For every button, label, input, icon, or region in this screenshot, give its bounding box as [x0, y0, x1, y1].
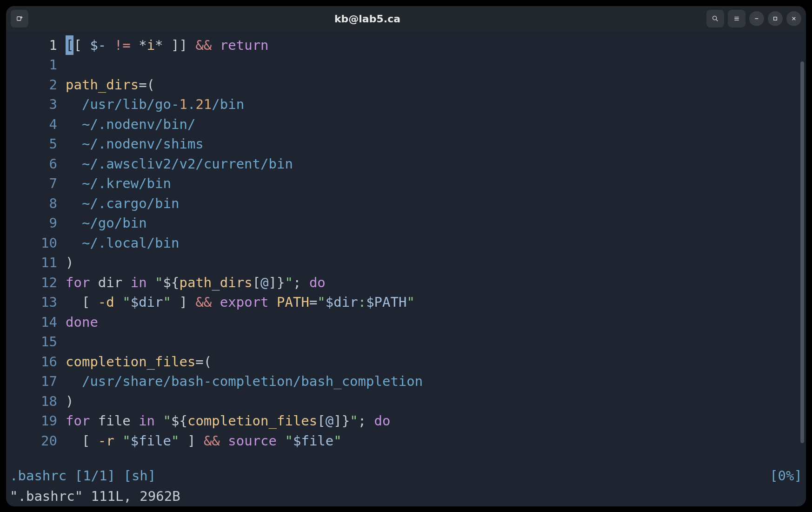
editor-area[interactable]: 11234567891011121314151617181920 [[ $- !…: [6, 32, 806, 465]
new-tab-button[interactable]: [11, 10, 28, 27]
status-left: .bashrc [1/1] [sh]: [10, 468, 156, 484]
terminal-window: kb@lab5.ca 11234567891011121314151617181…: [6, 6, 806, 506]
maximize-button[interactable]: [768, 11, 783, 26]
window-title: kb@lab5.ca: [28, 13, 706, 25]
scrollbar[interactable]: [800, 61, 804, 443]
menu-button[interactable]: [728, 10, 745, 27]
minimize-button[interactable]: [749, 11, 764, 26]
close-button[interactable]: [786, 11, 801, 26]
command-line-text: ".bashrc" 111L, 2962B: [10, 488, 180, 504]
code-content[interactable]: [[ $- != *i* ]] && return path_dirs=( /u…: [66, 32, 806, 465]
search-button[interactable]: [706, 10, 724, 27]
svg-line-4: [716, 20, 718, 21]
status-bar: .bashrc [1/1] [sh] [0%]: [6, 465, 806, 486]
svg-rect-9: [774, 17, 777, 20]
svg-point-3: [713, 16, 717, 20]
titlebar: kb@lab5.ca: [6, 6, 806, 32]
status-right: [0%]: [770, 468, 802, 484]
line-number-gutter: 11234567891011121314151617181920: [6, 32, 66, 465]
command-line: ".bashrc" 111L, 2962B: [6, 486, 806, 506]
